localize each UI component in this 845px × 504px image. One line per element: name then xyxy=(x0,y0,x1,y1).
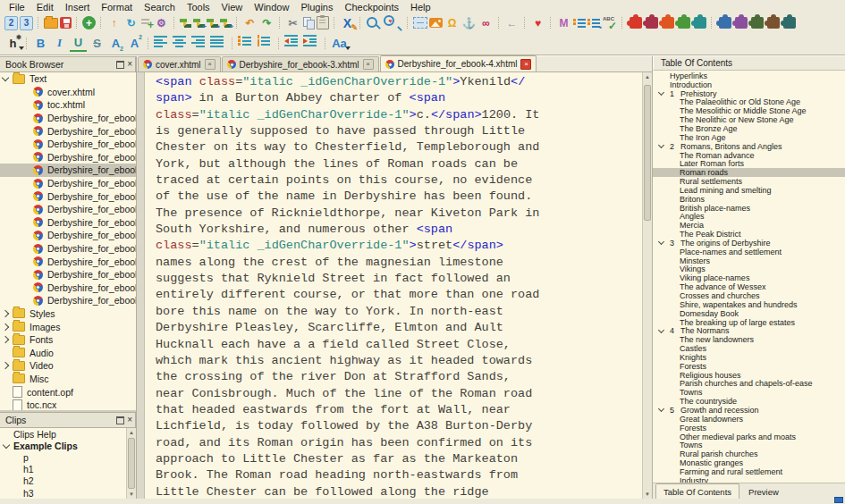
scroll-up-icon[interactable]: ▲ xyxy=(127,428,136,437)
metadata-icon[interactable]: M xyxy=(556,16,571,29)
expand-chevron-icon[interactable] xyxy=(2,336,9,343)
toc-item-the-neolithic-or-new-stone-age[interactable]: The Neolithic or New Stone Age xyxy=(653,115,845,124)
editor-tab-derbyshire_for_ebook-3.xhtml[interactable]: Derbyshire_for_ebook-3.xhtml× xyxy=(222,56,379,71)
toc-item-the-new-landowners[interactable]: The new landowners xyxy=(653,335,845,344)
scroll-up-icon[interactable]: ▲ xyxy=(643,72,652,81)
toc-item-rural-parish-churches[interactable]: Rural parish churches xyxy=(653,449,845,458)
tree-item-derbyshire_for_ebook-10.xhtml[interactable]: Derbyshire_for_ebook-10.xhtml xyxy=(0,242,136,256)
plugin-8-icon[interactable]: 8 xyxy=(751,17,764,29)
tree-item-audio[interactable]: Audio xyxy=(0,346,136,359)
toc-item-towns[interactable]: Towns xyxy=(653,388,845,397)
scroll-down-icon[interactable]: ▼ xyxy=(127,490,136,499)
expand-chevron-icon[interactable] xyxy=(658,89,664,96)
tree-item-derbyshire_for_ebook-6.xhtml[interactable]: Derbyshire_for_ebook-6.xhtml xyxy=(0,189,136,203)
toc-item-later-roman-forts[interactable]: Later Roman forts xyxy=(653,159,845,168)
scrollbar-thumb[interactable] xyxy=(128,438,135,489)
undo-icon[interactable]: ↶ xyxy=(242,16,258,29)
clip-item-example-clips[interactable]: Example Clips xyxy=(0,440,136,451)
expand-chevron-icon[interactable] xyxy=(658,239,664,245)
special-character-icon[interactable]: Ω xyxy=(444,16,460,29)
tree-item-derbyshire_for_ebook-4.xhtml[interactable]: Derbyshire_for_ebook-4.xhtml xyxy=(0,164,136,177)
toc-item-towns[interactable]: Towns xyxy=(653,441,845,449)
donate-heart-icon[interactable]: ♥ xyxy=(530,16,545,29)
tree-item-derbyshire_for_ebook-2.xhtml[interactable]: Derbyshire_for_ebook-2.xhtml xyxy=(0,138,136,151)
scrollbar-thumb[interactable] xyxy=(644,85,651,221)
tree-item-derbyshire_for_ebook-9.xhtml[interactable]: Derbyshire_for_ebook-9.xhtml xyxy=(0,229,136,242)
tree-item-derbyshire_for_ebook-1.xhtml[interactable]: Derbyshire_for_ebook-1.xhtml xyxy=(0,124,136,138)
spellcheck-icon[interactable] xyxy=(602,16,617,29)
toc-item-crosses-and-churches[interactable]: Crosses and churches xyxy=(653,291,845,300)
expand-chevron-icon[interactable] xyxy=(3,441,10,449)
insert-link-icon[interactable]: ∞ xyxy=(478,16,494,29)
settings-gear-icon[interactable]: ⚙ xyxy=(154,16,169,29)
align-justify-icon[interactable] xyxy=(210,35,227,51)
up-arrow-icon[interactable]: ↑ xyxy=(106,16,122,29)
tree-item-derbyshire_for_ebook-8.xhtml[interactable]: Derbyshire_for_ebook-8.xhtml xyxy=(0,216,136,230)
menu-search[interactable]: Search xyxy=(139,1,181,13)
toc-item-vikings[interactable]: Vikings xyxy=(653,265,845,274)
find-favorites-icon[interactable]: ♥ xyxy=(383,14,402,31)
dock-tab-table-of-contents[interactable]: Table Of Contents xyxy=(655,483,739,499)
clip-item-p[interactable]: p xyxy=(0,451,136,463)
toc-item-the-mesolithic-or-middle-stone-age[interactable]: The Mesolithic or Middle Stone Age xyxy=(653,106,845,115)
tree-item-fonts[interactable]: Fonts xyxy=(0,333,136,347)
float-panel-icon[interactable] xyxy=(116,61,124,69)
toc-item-roman-roads[interactable]: Roman roads xyxy=(653,168,845,177)
join-sections-icon[interactable]: » xyxy=(220,18,232,28)
toc-item-the-palaeolithic-or-old-stone-age[interactable]: The Palaeolithic or Old Stone Age xyxy=(653,98,845,107)
menu-file[interactable]: File xyxy=(4,1,30,13)
tab-close-icon[interactable]: × xyxy=(363,59,374,70)
dock-tab-preview[interactable]: Preview xyxy=(741,485,786,499)
anchor-id-icon[interactable]: ⚓ xyxy=(461,16,477,29)
toc-item-forests[interactable]: Forests xyxy=(653,362,845,371)
save-icon[interactable] xyxy=(60,17,72,29)
indent-icon[interactable] xyxy=(303,35,320,51)
add-new-file-icon[interactable] xyxy=(82,16,96,29)
toc-item-farming-and-rural-settlement[interactable]: Farming and rural settlement xyxy=(653,467,845,476)
delete-x-icon[interactable]: X xyxy=(340,16,355,29)
tree-item-derbyshire_for_ebook.xhtml[interactable]: Derbyshire_for_ebook.xhtml xyxy=(0,112,136,125)
expand-chevron-icon[interactable] xyxy=(2,74,9,81)
resize-grip-icon[interactable] xyxy=(834,497,843,503)
tree-item-toc.ncx[interactable]: toc.ncx xyxy=(0,399,136,410)
clips-scrollbar[interactable]: ▲ ▼ xyxy=(126,428,136,499)
menu-window[interactable]: Window xyxy=(249,1,294,13)
italic-icon[interactable]: I xyxy=(51,35,68,51)
expand-chevron-icon[interactable] xyxy=(2,362,9,369)
close-panel-icon[interactable]: × xyxy=(127,60,132,69)
toc-item-growth-and-recession[interactable]: 5Growth and recession xyxy=(653,406,845,415)
subscript-icon[interactable]: A xyxy=(107,35,124,51)
menu-help[interactable]: Help xyxy=(405,1,436,13)
insert-split-marker-icon[interactable]: + xyxy=(193,18,205,28)
toc-item-castles[interactable]: Castles xyxy=(653,344,845,353)
edit-toc-icon[interactable] xyxy=(573,18,586,29)
toc-item-industry[interactable]: Industry xyxy=(653,476,845,483)
toc-item-the-peak-district[interactable]: The Peak District xyxy=(653,230,845,239)
plugin-10-icon[interactable]: 10 xyxy=(783,17,796,29)
float-panel-icon[interactable] xyxy=(116,416,124,424)
toc-item-place-names-and-settlement[interactable]: Place-names and settlement xyxy=(653,248,845,256)
epub2-icon[interactable]: 2 xyxy=(4,16,18,30)
tree-item-cover.xhtml[interactable]: cover.xhtml xyxy=(0,86,136,99)
close-panel-icon[interactable]: × xyxy=(127,416,132,424)
plugin-1-icon[interactable]: 1 xyxy=(630,17,642,29)
toc-item-romans,-britons-and-angles[interactable]: 2Romans, Britons and Angles xyxy=(653,142,845,151)
underline-icon[interactable]: U xyxy=(70,34,87,52)
toc-item-great-landowners[interactable]: Great landowners xyxy=(653,415,845,424)
superscript-icon[interactable]: A xyxy=(126,35,143,51)
open-folder-icon[interactable] xyxy=(44,18,58,29)
toc-item-rural-settlements[interactable]: Rural settlements xyxy=(653,177,845,186)
toc-item-other-medieval-parks-and-moats[interactable]: Other medieval parks and moats xyxy=(653,433,845,441)
paste-icon[interactable] xyxy=(317,16,329,29)
change-case-icon[interactable]: Aa xyxy=(331,35,348,51)
expand-chevron-icon[interactable] xyxy=(658,327,664,333)
tree-item-derbyshire_for_ebook-12.xhtml[interactable]: Derbyshire_for_ebook-12.xhtml xyxy=(0,268,136,281)
toc-item-the-advance-of-wessex[interactable]: The advance of Wessex xyxy=(653,282,845,291)
numbered-list-icon[interactable] xyxy=(257,35,274,51)
tree-item-content.opf[interactable]: content.opf xyxy=(0,385,136,399)
menu-tools[interactable]: Tools xyxy=(182,1,215,13)
code-view[interactable]: <span class="italic _idGenCharOverride-1… xyxy=(145,72,652,499)
toc-item-angles[interactable]: Angles xyxy=(653,213,845,222)
toc-item-introduction[interactable]: Introduction xyxy=(653,80,845,89)
toc-item-the-origins-of-derbyshire[interactable]: 3The origins of Derbyshire xyxy=(653,239,845,248)
